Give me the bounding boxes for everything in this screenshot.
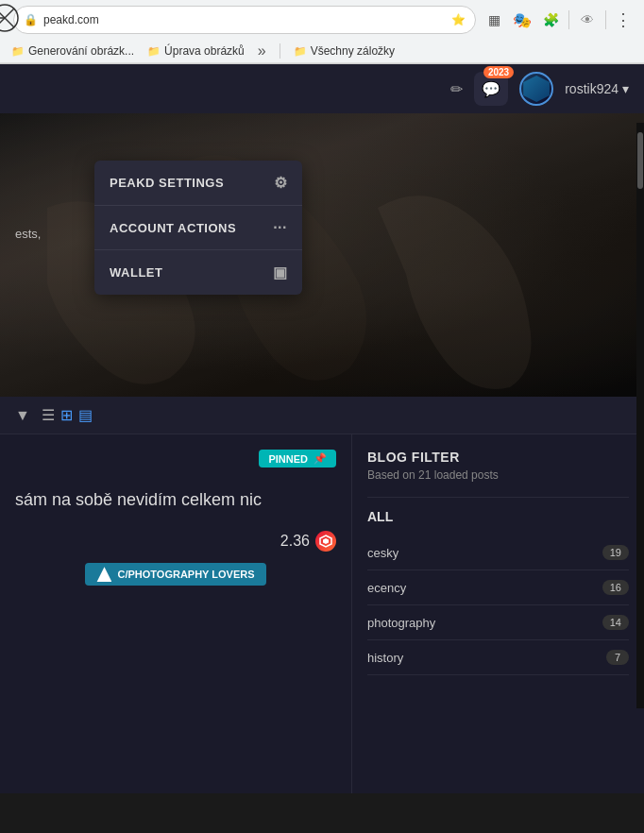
bookmark-label-2: Úprava obrázků <box>164 44 245 58</box>
filter-item-ecency[interactable]: ecency 16 <box>367 570 629 605</box>
post-card: PINNED 📌 sám na sobě nevidím celkem nic … <box>15 450 336 586</box>
browser-chrome: 🔒 peakd.com ⭐ ▦ 🎭 🧩 👁 ⋮ 📁 Generování obr… <box>0 0 644 64</box>
filter-divider <box>367 497 629 498</box>
bookmarks-overflow-button[interactable]: » <box>254 42 270 60</box>
account-actions-label: ACCOUNT ACTIONS <box>110 221 236 235</box>
username-display[interactable]: rostik924 ▾ <box>565 81 629 96</box>
chat-icon: 💬 <box>482 80 500 98</box>
wallet-item[interactable]: WALLET ▣ <box>94 250 302 295</box>
notification-badge: 2023 <box>483 66 514 78</box>
blog-filter-subtitle: Based on 21 loaded posts <box>367 468 629 482</box>
card-view-icon[interactable]: ▤ <box>78 406 93 424</box>
toolbar-divider <box>568 10 569 29</box>
community-label: C/PHOTOGRAPHY LOVERS <box>117 569 254 580</box>
peakd-settings-label: PEAKD SETTINGS <box>110 176 224 190</box>
address-icon: 🔒 <box>24 13 38 26</box>
pinned-label: PINNED <box>268 453 308 465</box>
svg-line-3 <box>0 8 14 27</box>
settings-gear-icon: ⚙ <box>274 174 288 192</box>
community-tag-row: C/PHOTOGRAPHY LOVERS <box>15 563 336 586</box>
post-title[interactable]: sám na sobě nevidím celkem nic <box>15 488 336 512</box>
svg-marker-6 <box>323 538 329 544</box>
filter-count-photography: 14 <box>602 615 629 630</box>
bookmark-item-1[interactable]: 📁 Generování obrázk... <box>8 42 138 60</box>
filter-all[interactable]: ALL <box>367 509 629 524</box>
address-text: peakd.com <box>43 13 446 26</box>
bookmarks-bar: 📁 Generování obrázk... 📁 Úprava obrázků … <box>0 40 644 63</box>
bookmark-item-2[interactable]: 📁 Úprava obrázků <box>144 42 248 60</box>
grid-view-icon[interactable]: ⊞ <box>60 406 73 424</box>
post-value: 2.36 <box>15 531 336 552</box>
filter-count-cesky: 19 <box>602 545 629 560</box>
svg-line-2 <box>0 8 14 27</box>
community-tag[interactable]: C/PHOTOGRAPHY LOVERS <box>85 563 265 586</box>
toolbar-divider-2 <box>605 10 606 29</box>
bookmark-label-1: Generování obrázk... <box>28 44 134 58</box>
app-header: ✏ 💬 2023 rostik924 ▾ <box>0 64 644 113</box>
blog-filter-title: BLOG FILTER <box>367 450 629 465</box>
view-icons: ☰ ⊞ ▤ <box>42 406 93 424</box>
more-menu-button[interactable]: ⋮ <box>612 8 636 32</box>
browser-toolbar: 🔒 peakd.com ⭐ ▦ 🎭 🧩 👁 ⋮ <box>0 0 644 40</box>
community-logo-icon <box>96 567 111 582</box>
edit-icon[interactable]: ✏ <box>450 80 463 98</box>
all-bookmarks[interactable]: 📁 Všechny záložky <box>290 42 398 60</box>
folder-icon-2: 📁 <box>147 45 161 58</box>
pin-icon: 📌 <box>314 452 327 465</box>
content-toolbar: ▼ ☰ ⊞ ▤ <box>0 397 644 434</box>
all-bookmarks-label: Všechny záložky <box>311 44 395 58</box>
wallet-icon: ▣ <box>273 264 288 281</box>
folder-icon-1: 📁 <box>11 45 25 58</box>
filter-count-ecency: 16 <box>602 580 629 595</box>
blog-filter-sidebar: BLOG FILTER Based on 21 loaded posts ALL… <box>351 434 644 793</box>
username-chevron: ▾ <box>622 81 629 96</box>
avatar-shield <box>523 76 550 102</box>
wallet-label: WALLET <box>110 265 162 280</box>
post-value-number: 2.36 <box>280 533 310 550</box>
hive-logo <box>315 531 336 552</box>
filter-item-cesky[interactable]: cesky 19 <box>367 536 629 570</box>
pinned-badge: PINNED 📌 <box>259 450 336 468</box>
bookmark-star-icon[interactable]: ⭐ <box>451 13 466 26</box>
chat-icon-wrapper[interactable]: 💬 2023 <box>474 72 508 106</box>
scrollbar-track <box>636 123 644 708</box>
qr-code-button[interactable]: ▦ <box>482 8 506 32</box>
puzzle-icon[interactable]: 🧩 <box>538 8 563 32</box>
hive-icon <box>319 535 332 548</box>
filter-icon[interactable]: ▼ <box>15 407 30 424</box>
scrollbar-thumb[interactable] <box>637 132 643 189</box>
filter-label-photography: photography <box>367 616 435 630</box>
filter-label-cesky: cesky <box>367 546 398 560</box>
browser-icons: ▦ 🎭 🧩 👁 ⋮ <box>482 8 636 32</box>
address-bar[interactable]: 🔒 peakd.com ⭐ <box>13 6 476 34</box>
bookmarks-divider <box>280 43 280 59</box>
pinned-badge-row: PINNED 📌 <box>15 450 336 479</box>
user-avatar[interactable] <box>519 72 553 106</box>
filter-count-history: 7 <box>606 650 629 665</box>
filter-label-history: history <box>367 651 403 665</box>
filter-item-history[interactable]: history 7 <box>367 640 629 675</box>
account-actions-item[interactable]: ACCOUNT ACTIONS ··· <box>94 206 302 250</box>
hero-section: ests, PEAKD SETTINGS ⚙ ACCOUNT ACTIONS ·… <box>0 113 644 397</box>
hero-overlay-text: ests, <box>15 227 41 241</box>
posts-area: PINNED 📌 sám na sobě nevidím celkem nic … <box>0 434 351 793</box>
extension-icon-1[interactable]: 🎭 <box>510 8 534 32</box>
eye-extension-icon[interactable]: 👁 <box>575 8 600 32</box>
more-dots-icon: ··· <box>273 219 287 236</box>
dropdown-menu: PEAKD SETTINGS ⚙ ACCOUNT ACTIONS ··· WAL… <box>94 161 302 295</box>
main-content: PINNED 📌 sám na sobě nevidím celkem nic … <box>0 434 644 793</box>
filter-label-ecency: ecency <box>367 581 406 595</box>
filter-item-photography[interactable]: photography 14 <box>367 605 629 640</box>
svg-point-1 <box>0 5 18 31</box>
all-bookmarks-folder-icon: 📁 <box>294 45 307 58</box>
peakd-settings-item[interactable]: PEAKD SETTINGS ⚙ <box>94 161 302 206</box>
list-view-icon[interactable]: ☰ <box>42 406 55 424</box>
username-text: rostik924 <box>565 81 619 96</box>
